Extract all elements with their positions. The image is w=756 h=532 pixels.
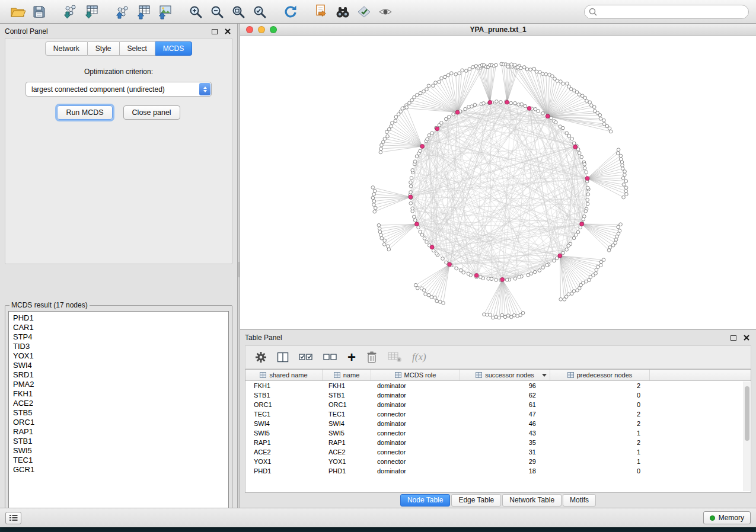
import-table-button[interactable]	[81, 2, 101, 21]
table-cell: TEC1	[323, 411, 371, 418]
tab-style[interactable]: Style	[88, 41, 120, 56]
mcds-result-node[interactable]: SWI5	[9, 446, 228, 456]
zoom-out-button[interactable]	[207, 2, 227, 21]
table-row[interactable]: SWI4SWI4dominator462	[245, 419, 751, 428]
column-header-predecessor-nodes[interactable]: predecessor nodes	[550, 370, 650, 380]
add-column-button[interactable]: +	[347, 348, 356, 366]
sort-indicator-icon[interactable]	[542, 374, 547, 377]
find-network-button[interactable]	[333, 2, 353, 21]
column-header-name[interactable]: name	[323, 370, 371, 380]
close-mcds-panel-button[interactable]: Close panel	[123, 105, 180, 120]
close-panel-button[interactable]	[225, 28, 231, 34]
open-folder-icon	[10, 5, 25, 19]
save-session-button[interactable]	[29, 2, 49, 21]
table-cell: ACE2	[245, 448, 323, 456]
zoom-in-button[interactable]	[186, 2, 206, 21]
scrollbar-thumb[interactable]	[745, 386, 749, 441]
network-graph[interactable]	[240, 36, 755, 329]
table-row[interactable]: TEC1TEC1connector472	[245, 409, 751, 419]
import-table-icon	[84, 4, 99, 20]
mcds-result-node[interactable]: TEC1	[9, 456, 228, 465]
table-row[interactable]: ACE2ACE2connector311	[245, 447, 751, 457]
refresh-button[interactable]	[280, 2, 301, 21]
export-table-button[interactable]	[133, 2, 154, 21]
open-session-button[interactable]	[8, 2, 28, 21]
tab-select[interactable]: Select	[120, 41, 155, 56]
table-row[interactable]: FKH1FKH1dominator962	[245, 381, 751, 390]
export-network-icon	[114, 4, 130, 20]
delete-column-button[interactable]	[366, 348, 378, 366]
mcds-result-node[interactable]: ORC1	[9, 418, 228, 427]
splitter-handle[interactable]	[238, 262, 240, 277]
split-columns-button[interactable]	[277, 348, 289, 366]
mcds-result-node[interactable]: GCR1	[9, 465, 228, 475]
select-all-button[interactable]	[299, 348, 313, 366]
deselect-all-button[interactable]	[323, 348, 337, 366]
mcds-result-node[interactable]: STB1	[9, 437, 228, 446]
network-titlebar[interactable]: YPA_prune.txt_1	[240, 24, 756, 36]
table-cell: 46	[460, 420, 550, 427]
mcds-result-node[interactable]: PMA2	[9, 380, 228, 389]
run-mcds-button[interactable]: Run MCDS	[57, 105, 112, 120]
table-cell: 0	[550, 401, 650, 408]
table-row[interactable]: STB1STB1dominator620	[245, 390, 751, 400]
table-settings-button[interactable]	[255, 348, 267, 366]
search-input[interactable]	[584, 5, 749, 19]
apply-style-button[interactable]	[354, 2, 374, 21]
table-row[interactable]: SWI5SWI5connector431	[245, 428, 751, 438]
mcds-result-node[interactable]: TID3	[9, 342, 228, 351]
float-window-icon	[212, 29, 218, 34]
tab-network[interactable]: Network	[45, 41, 88, 56]
table-cell: SWI4	[245, 420, 323, 427]
tab-motifs[interactable]: Motifs	[563, 494, 596, 507]
mcds-result-node[interactable]: SRD1	[9, 370, 228, 380]
float-panel-button[interactable]	[212, 29, 218, 34]
column-header-successor-nodes[interactable]: successor nodes	[460, 370, 550, 380]
zoom-fit-icon	[231, 5, 245, 19]
zoom-fit-button[interactable]	[228, 2, 248, 21]
table-cell: 2	[550, 382, 650, 389]
delete-table-button[interactable]	[388, 348, 402, 366]
share-document-button[interactable]	[311, 2, 331, 21]
mcds-result-node[interactable]: SWI4	[9, 361, 228, 370]
import-network-button[interactable]	[60, 2, 80, 21]
table-body: FKH1FKH1dominator962STB1STB1dominator620…	[245, 381, 751, 492]
table-scrollbar[interactable]	[744, 382, 750, 491]
table-cell: STB1	[245, 392, 323, 399]
table-row[interactable]: YOX1YOX1connector291	[245, 457, 751, 466]
table-row[interactable]: ORC1ORC1dominator610	[245, 400, 751, 409]
mcds-result-node[interactable]: STB5	[9, 408, 228, 418]
tab-mcds[interactable]: MCDS	[155, 41, 192, 56]
mcds-result-node[interactable]: PHD1	[9, 313, 228, 323]
close-window-icon[interactable]	[246, 26, 253, 33]
memory-button[interactable]: Memory	[703, 511, 751, 524]
export-image-button[interactable]	[155, 2, 175, 21]
mcds-result-node[interactable]: STP4	[9, 332, 228, 342]
mcds-result-node[interactable]: ACE2	[9, 399, 228, 408]
mcds-result-node[interactable]: RAP1	[9, 427, 228, 437]
export-network-button[interactable]	[112, 2, 132, 21]
memory-status-icon	[710, 515, 715, 521]
zoom-selected-button[interactable]	[250, 2, 270, 21]
maximize-window-icon[interactable]	[270, 26, 277, 33]
float-table-panel-button[interactable]	[731, 335, 736, 341]
minimize-window-icon[interactable]	[258, 26, 265, 33]
mcds-result-node[interactable]: CAR1	[9, 323, 228, 332]
network-canvas[interactable]	[240, 36, 756, 329]
tab-node-table[interactable]: Node Table	[400, 494, 451, 507]
show-hide-button[interactable]	[375, 2, 395, 21]
table-row[interactable]: RAP1RAP1dominator352	[245, 438, 751, 447]
eye-icon	[378, 4, 393, 20]
optimization-criterion-select[interactable]: largest connected component (undirected)	[25, 82, 212, 97]
function-builder-button[interactable]: f(x)	[412, 348, 426, 366]
mcds-result-node[interactable]: FKH1	[9, 389, 228, 399]
tab-network-table[interactable]: Network Table	[502, 494, 562, 507]
mcds-result-node[interactable]: YOX1	[9, 351, 228, 361]
table-row[interactable]: PHD1PHD1dominator180	[245, 466, 751, 476]
column-header-MCDS-role[interactable]: MCDS role	[371, 370, 460, 380]
close-table-panel-button[interactable]	[744, 335, 749, 341]
optimization-criterion-value: largest connected component (undirected)	[31, 85, 165, 94]
tab-edge-table[interactable]: Edge Table	[451, 494, 501, 507]
panel-menu-button[interactable]	[5, 512, 21, 524]
column-header-shared-name[interactable]: shared name	[245, 370, 323, 380]
